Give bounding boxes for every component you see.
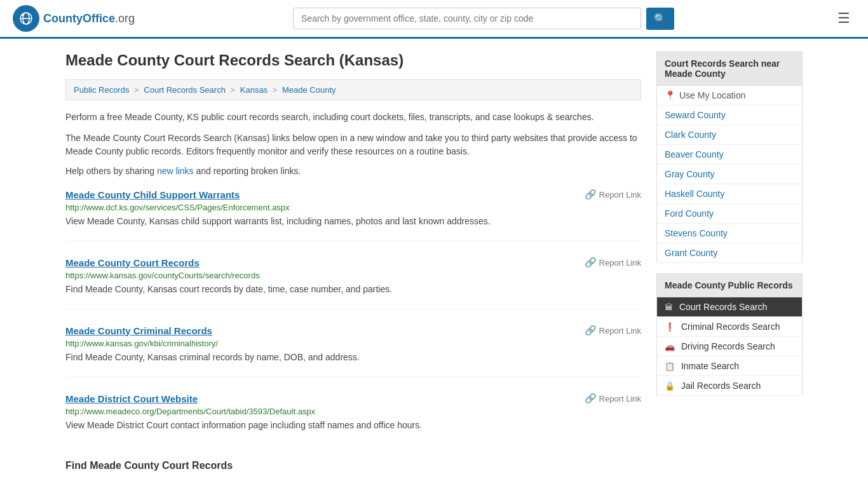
breadcrumb: Public Records > Court Records Search > … [65,79,641,100]
content-area: Meade County Court Records Search (Kansa… [65,51,641,474]
breadcrumb-meade[interactable]: Meade County [282,85,336,95]
svg-point-4 [22,15,24,17]
public-records-list: 🏛 Court Records Search ❗ Criminal Record… [656,297,803,396]
result-title-0[interactable]: Meade County Child Support Warrants [65,189,240,200]
nearby-county-item-4: Haskell County [656,184,803,204]
result-url-2[interactable]: http://www.kansas.gov/kbi/criminalhistor… [65,339,641,348]
public-records-icon-3: 📋 [665,362,675,371]
page-title: Meade County Court Records Search (Kansa… [65,51,641,69]
public-records-icon-1: ❗ [665,322,675,332]
result-item: Meade County Criminal Records 🔗 Report L… [65,325,641,377]
find-section-heading: Find Meade County Court Records [65,460,641,471]
report-icon: 🔗 [585,393,597,404]
nearby-county-link-0[interactable]: Seward County [665,110,726,120]
header: CountyOffice.org 🔍 ☰ [0,0,868,39]
public-records-label-4: Jail Records Search [681,381,761,391]
public-records-item-0[interactable]: 🏛 Court Records Search [656,297,803,317]
result-header: Meade County Court Records 🔗 Report Link [65,257,641,268]
report-label: Report Link [599,190,641,200]
public-records-item-3[interactable]: 📋 Inmate Search [656,356,803,376]
results-container: Meade County Child Support Warrants 🔗 Re… [65,189,641,445]
new-links-link[interactable]: new links [157,166,194,176]
search-area: 🔍 [293,8,674,30]
public-records-header: Meade County Public Records [656,273,803,297]
public-records-label-1: Criminal Records Search [681,322,780,332]
header-right: ☰ [832,8,855,29]
breadcrumb-sep2: > [231,85,238,95]
sharing-before: Help others by sharing [65,166,157,176]
logo-county: CountyOffice [43,12,115,25]
report-link-3[interactable]: 🔗 Report Link [585,393,641,404]
nearby-county-item-1: Clark County [656,125,803,145]
description-1: Perform a free Meade County, KS public c… [65,111,641,124]
result-header: Meade County Criminal Records 🔗 Report L… [65,325,641,336]
result-title-3[interactable]: Meade District Court Website [65,393,198,404]
public-records-label-2: Driving Records Search [681,341,775,351]
report-link-2[interactable]: 🔗 Report Link [585,325,641,336]
nearby-county-link-7[interactable]: Grant County [665,248,717,258]
description-2: The Meade County Court Records Search (K… [65,132,641,158]
report-icon: 🔗 [585,257,597,268]
sidebar: Court Records Search near Meade County 📍… [656,51,803,474]
report-icon: 🔗 [585,189,597,200]
report-link-0[interactable]: 🔗 Report Link [585,189,641,200]
menu-button[interactable]: ☰ [832,8,855,29]
public-records-item-4[interactable]: 🔒 Jail Records Search [656,376,803,396]
sharing-text: Help others by sharing new links and rep… [65,166,641,176]
breadcrumb-sep1: > [134,85,141,95]
breadcrumb-public-records[interactable]: Public Records [74,85,129,95]
result-item: Meade County Court Records 🔗 Report Link… [65,257,641,309]
nearby-county-item-7: Grant County [656,243,803,263]
public-records-item-1[interactable]: ❗ Criminal Records Search [656,317,803,337]
nearby-county-item-3: Gray County [656,165,803,184]
nearby-county-link-6[interactable]: Stevens County [665,228,728,238]
result-desc-2: Find Meade County, Kansas criminal recor… [65,351,641,364]
public-records-item-2[interactable]: 🚗 Driving Records Search [656,337,803,356]
public-records-label-3: Inmate Search [681,361,739,371]
result-title-1[interactable]: Meade County Court Records [65,257,200,268]
nearby-county-link-4[interactable]: Haskell County [665,189,724,199]
nearby-county-item-2: Beaver County [656,145,803,165]
result-item: Meade County Child Support Warrants 🔗 Re… [65,189,641,241]
public-records-icon-0: 🏛 [665,302,673,312]
public-records-label-0: Court Records Search [679,302,768,312]
nearby-county-link-5[interactable]: Ford County [665,208,714,219]
nearby-section: Court Records Search near Meade County 📍… [656,51,803,263]
logo-icon [13,5,39,32]
result-header: Meade District Court Website 🔗 Report Li… [65,393,641,404]
result-url-3[interactable]: http://www.meadeco.org/Departments/Court… [65,407,641,416]
logo-area: CountyOffice.org [13,5,135,32]
result-url-0[interactable]: http://www.dcf.ks.gov/services/CSS/Pages… [65,203,641,212]
result-header: Meade County Child Support Warrants 🔗 Re… [65,189,641,200]
pin-icon: 📍 [665,90,675,100]
sharing-after: and reporting broken links. [194,166,301,176]
breadcrumb-kansas[interactable]: Kansas [240,85,268,95]
report-label: Report Link [599,326,641,336]
breadcrumb-court-records[interactable]: Court Records Search [144,85,226,95]
public-records-icon-2: 🚗 [665,342,675,351]
nearby-county-link-2[interactable]: Beaver County [665,149,724,159]
report-link-1[interactable]: 🔗 Report Link [585,257,641,268]
nearby-county-link-1[interactable]: Clark County [665,130,716,140]
result-desc-3: View Meade District Court contact inform… [65,419,641,432]
nearby-county-item-5: Ford County [656,204,803,224]
search-icon: 🔍 [654,13,667,24]
result-desc-1: Find Meade County, Kansas court records … [65,283,641,296]
search-button[interactable]: 🔍 [646,8,674,30]
public-records-section: Meade County Public Records 🏛 Court Reco… [656,273,803,396]
nearby-county-item-0: Seward County [656,105,803,125]
use-location-label: Use My Location [679,90,745,100]
search-input[interactable] [293,8,641,29]
main-container: Meade County Court Records Search (Kansa… [53,39,815,487]
report-label: Report Link [599,394,641,403]
result-desc-0: View Meade County, Kansas child support … [65,215,641,228]
report-label: Report Link [599,258,641,268]
result-title-2[interactable]: Meade County Criminal Records [65,325,212,336]
nearby-county-item-6: Stevens County [656,224,803,243]
result-url-1[interactable]: https://www.kansas.gov/countyCourts/sear… [65,271,641,280]
breadcrumb-sep3: > [273,85,280,95]
public-records-icon-4: 🔒 [665,381,675,391]
result-item: Meade District Court Website 🔗 Report Li… [65,393,641,445]
nearby-county-link-3[interactable]: Gray County [665,169,715,179]
use-location-item[interactable]: 📍 Use My Location [656,86,803,105]
